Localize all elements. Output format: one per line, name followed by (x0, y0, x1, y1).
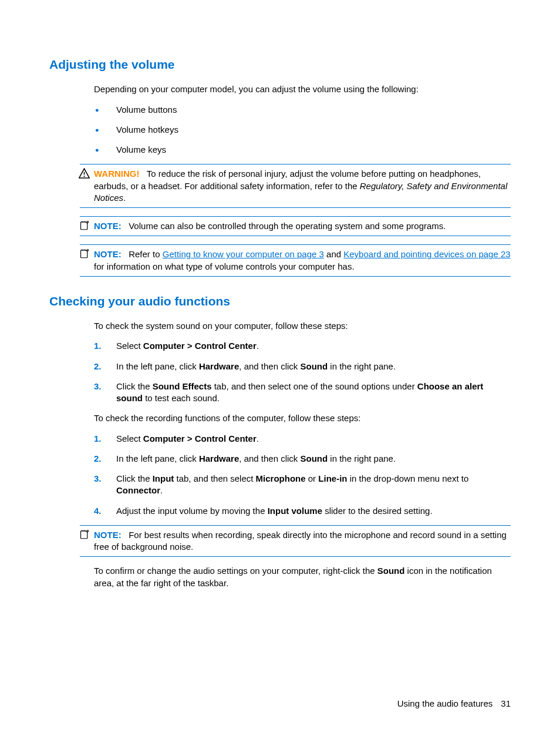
note-callout: NOTE: Volume can also be controlled thro… (80, 216, 511, 236)
note-label: NOTE: (94, 530, 122, 540)
volume-methods-list: Volume buttons Volume hotkeys Volume key… (94, 104, 511, 156)
step-text: In the left pane, click (116, 453, 199, 463)
list-item: In the left pane, click Hardware, and th… (94, 361, 511, 372)
step-text: Adjust the input volume by moving the (116, 506, 268, 516)
note-content: NOTE: For best results when recording, s… (80, 529, 511, 553)
mid-paragraph: To check the recording functions of the … (94, 412, 511, 424)
list-item: Adjust the input volume by moving the In… (94, 505, 511, 517)
step-text: Click the (116, 381, 153, 391)
heading-adjusting-volume: Adjusting the volume (49, 56, 511, 73)
step-bold: Computer > Control Center (143, 434, 257, 443)
note-text: For best results when recording, speak d… (94, 530, 507, 552)
note-label: NOTE: (94, 221, 122, 231)
step-text: . (257, 341, 259, 351)
step-text: Select (116, 434, 143, 443)
section2-body: To check the system sound on your comput… (94, 320, 511, 517)
step-text: in the right pane. (328, 361, 396, 371)
note-text: Volume can also be controlled through th… (129, 221, 446, 231)
list-item: Click the Input tab, and then select Mic… (94, 473, 511, 497)
link-keyboard-devices[interactable]: Keyboard and pointing devices on page 23 (343, 249, 510, 259)
list-item: Select Computer > Control Center. (94, 340, 511, 352)
note-icon (79, 529, 90, 541)
warning-text-end: . (123, 193, 126, 203)
step-text: , and then click (239, 453, 300, 463)
warning-content: WARNING! To reduce the risk of personal … (80, 168, 511, 204)
note-callout: NOTE: Refer to Getting to know your comp… (80, 244, 511, 277)
step-bold: Microphone (256, 473, 306, 483)
check-sound-steps: Select Computer > Control Center. In the… (94, 340, 511, 404)
note-label: NOTE: (94, 249, 122, 259)
step-text: . (257, 434, 259, 443)
note-icon (79, 220, 90, 232)
note-text-pre: Refer to (129, 249, 163, 259)
list-item: Volume keys (94, 144, 511, 156)
page-footer: Using the audio features31 (397, 698, 511, 710)
svg-point-1 (83, 176, 85, 177)
step-bold: Sound (301, 453, 328, 463)
document-page: Adjusting the volume Depending on your c… (0, 0, 560, 633)
warning-icon (79, 168, 90, 180)
step-bold: Input volume (268, 506, 322, 516)
step-bold: Hardware (199, 453, 239, 463)
closing-text: To confirm or change the audio settings … (94, 566, 377, 576)
warning-callout: WARNING! To reduce the risk of personal … (80, 164, 511, 208)
step-bold: Sound Effects (153, 381, 212, 391)
step-text: Select (116, 341, 143, 351)
check-recording-steps: Select Computer > Control Center. In the… (94, 433, 511, 517)
note-callout: NOTE: For best results when recording, s… (80, 525, 511, 557)
note-text-post: for information on what type of volume c… (94, 261, 355, 271)
svg-rect-4 (81, 531, 87, 539)
step-bold: Hardware (199, 361, 239, 371)
step-text: to test each sound. (143, 393, 220, 403)
step-text: , and then click (239, 361, 300, 371)
warning-label: WARNING! (94, 169, 140, 179)
list-item: In the left pane, click Hardware, and th… (94, 453, 511, 465)
step-text: . (160, 485, 163, 495)
step-text: tab, and then select one of the sound op… (212, 381, 417, 391)
step-bold: Line-in (318, 473, 347, 483)
step-text: In the left pane, click (116, 361, 199, 371)
intro-paragraph: Depending on your computer model, you ca… (94, 83, 511, 95)
note-text-mid: and (324, 249, 343, 259)
list-item: Volume hotkeys (94, 124, 511, 136)
list-item: Click the Sound Effects tab, and then se… (94, 381, 511, 405)
note-content: NOTE: Volume can also be controlled thro… (80, 220, 511, 232)
step-text: in the drop-down menu next to (347, 473, 468, 483)
link-getting-to-know[interactable]: Getting to know your computer on page 3 (163, 249, 324, 259)
page-number: 31 (501, 698, 511, 708)
note-icon (79, 248, 90, 260)
step-bold: Computer > Control Center (143, 341, 257, 351)
closing-paragraph: To confirm or change the audio settings … (94, 565, 511, 589)
note-content: NOTE: Refer to Getting to know your comp… (80, 248, 511, 273)
list-item: Select Computer > Control Center. (94, 433, 511, 445)
svg-rect-3 (81, 250, 87, 258)
step-text: or (306, 473, 319, 483)
heading-checking-audio: Checking your audio functions (49, 293, 511, 310)
step-bold: Input (153, 473, 174, 483)
step-text: slider to the desired setting. (322, 506, 433, 516)
svg-rect-2 (81, 222, 87, 230)
section1-body: Depending on your computer model, you ca… (94, 83, 511, 156)
step-text: in the right pane. (328, 453, 396, 463)
closing-bold: Sound (377, 566, 405, 576)
step-bold: Sound (301, 361, 328, 371)
step-text: tab, and then select (174, 473, 255, 483)
step-bold: Connector (116, 485, 160, 495)
intro-paragraph: To check the system sound on your comput… (94, 320, 511, 332)
footer-section-label: Using the audio features (397, 698, 493, 708)
list-item: Volume buttons (94, 104, 511, 116)
step-text: Click the (116, 473, 153, 483)
closing-block: To confirm or change the audio settings … (94, 565, 511, 589)
